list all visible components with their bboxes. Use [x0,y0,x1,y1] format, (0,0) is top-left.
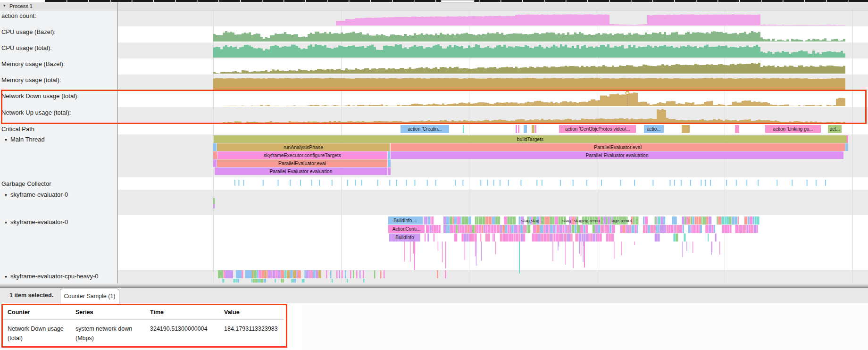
gc-tick[interactable] [377,180,378,186]
confetti-slice[interactable] [238,279,239,283]
slice[interactable] [524,125,527,133]
confetti-slice[interactable] [519,233,521,242]
panel-splitter[interactable] [0,283,868,288]
confetti-slice[interactable] [559,225,562,233]
confetti-slice[interactable] [284,270,287,278]
confetti-slice[interactable] [586,233,588,242]
gc-tick[interactable] [355,180,356,186]
hanging-slice[interactable] [465,242,466,260]
process-header[interactable]: ▾ Process 1 [0,2,868,10]
confetti-slice[interactable] [656,217,657,225]
confetti-slice[interactable] [747,225,748,233]
hanging-slice[interactable] [445,242,446,268]
confetti-slice[interactable] [467,233,469,242]
confetti-slice[interactable] [757,217,759,225]
confetti-slice[interactable] [549,225,550,233]
confetti-slice[interactable] [709,225,711,233]
hanging-slice[interactable] [693,242,693,253]
confetti-slice[interactable] [258,279,260,283]
gc-tick[interactable] [690,180,691,186]
gc-tick[interactable] [792,180,793,186]
confetti-slice[interactable] [255,279,258,283]
confetti-slice[interactable] [570,233,573,242]
confetti-slice[interactable] [492,225,493,233]
confetti-slice[interactable] [556,233,559,242]
ruler-viewport-box[interactable] [441,0,474,2]
confetti-slice[interactable] [513,233,515,242]
confetti-slice[interactable] [482,225,484,233]
confetti-slice[interactable] [748,217,750,225]
confetti-slice[interactable] [738,225,740,233]
confetti-slice[interactable] [281,270,284,278]
confetti-slice[interactable] [663,217,665,225]
confetti-slice[interactable] [655,217,656,225]
sidebar-track-label-0[interactable]: action count: [1,12,36,19]
gc-tick[interactable] [520,180,521,186]
hanging-slice[interactable] [711,242,712,255]
confetti-slice[interactable] [236,279,238,283]
confetti-slice[interactable] [533,225,536,233]
confetti-slice[interactable] [636,217,639,225]
collapse-arrow-icon[interactable]: ▾ [5,192,7,198]
gc-tick[interactable] [238,180,239,186]
confetti-slice[interactable] [291,279,293,283]
confetti-slice[interactable] [606,233,608,242]
confetti-slice[interactable] [494,225,496,233]
hanging-slice[interactable] [438,242,439,251]
hanging-slice[interactable] [712,242,713,252]
confetti-slice[interactable] [218,270,221,278]
confetti-slice[interactable] [234,279,236,283]
confetti-slice[interactable] [454,233,457,242]
confetti-slice[interactable] [293,270,296,278]
confetti-slice[interactable] [718,217,721,225]
confetti-slice[interactable] [458,225,459,233]
confetti-slice[interactable] [245,270,252,278]
confetti-slice[interactable] [559,233,562,242]
confetti-slice[interactable] [564,233,567,242]
confetti-slice[interactable] [457,217,460,225]
confetti-slice[interactable] [656,225,658,233]
confetti-slice[interactable] [464,225,467,233]
confetti-slice[interactable] [755,217,757,225]
confetti-slice[interactable] [281,279,282,283]
confetti-slice[interactable] [595,225,598,233]
confetti-slice[interactable] [332,279,333,283]
gc-tick[interactable] [586,180,587,186]
confetti-slice[interactable] [691,217,692,225]
confetti-slice[interactable] [432,217,434,225]
confetti-slice[interactable] [326,270,327,278]
confetti-slice[interactable] [667,225,668,233]
confetti-slice[interactable] [510,225,511,233]
gc-tick[interactable] [493,180,494,186]
confetti-slice[interactable] [543,225,545,233]
confetti-slice[interactable] [511,233,513,242]
confetti-slice[interactable] [461,225,464,233]
confetti-slice[interactable] [485,225,487,233]
confetti-slice[interactable] [692,217,694,225]
confetti-slice[interactable] [740,225,743,233]
slice[interactable] [535,125,536,133]
confetti-slice[interactable] [593,233,595,242]
confetti-slice[interactable] [603,217,606,225]
confetti-slice[interactable] [712,225,714,233]
hanging-slice[interactable] [552,242,553,261]
confetti-slice[interactable] [275,270,277,278]
confetti-slice[interactable] [298,270,301,278]
confetti-slice[interactable] [532,233,535,242]
confetti-slice[interactable] [224,270,226,278]
hanging-slice[interactable] [410,242,411,262]
confetti-slice[interactable] [597,233,600,242]
confetti-slice[interactable] [650,225,653,233]
confetti-slice[interactable] [735,217,738,225]
confetti-slice[interactable] [606,217,608,225]
gc-tick[interactable] [406,180,407,186]
gc-tick[interactable] [389,180,390,186]
confetti-slice[interactable] [436,225,439,233]
tiny-slice[interactable] [213,204,215,208]
confetti-slice[interactable] [497,225,500,233]
gc-tick[interactable] [758,180,759,186]
confetti-slice[interactable] [547,233,550,242]
collapse-arrow-icon[interactable]: ▾ [5,137,7,142]
confetti-slice[interactable] [523,233,525,242]
confetti-slice[interactable] [518,225,520,233]
